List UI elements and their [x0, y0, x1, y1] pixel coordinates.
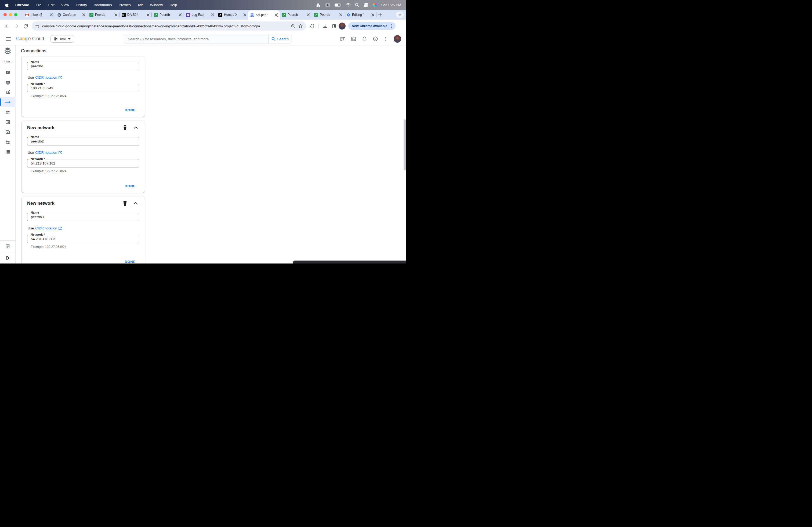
- close-tab-icon[interactable]: [371, 13, 374, 16]
- url-text[interactable]: console.cloud.google.com/sql/instances/s…: [42, 24, 288, 28]
- tab-inbox[interactable]: Inbox (5: [23, 10, 55, 19]
- sidebar-item-backups[interactable]: [0, 127, 16, 137]
- close-tab-icon[interactable]: [275, 13, 278, 17]
- site-settings-icon[interactable]: [35, 24, 40, 28]
- minimize-window-button[interactable]: [9, 13, 12, 16]
- menu-chrome[interactable]: Chrome: [15, 3, 29, 7]
- menu-edit[interactable]: Edit: [48, 3, 55, 7]
- tab-editing[interactable]: Editing ": [344, 10, 376, 19]
- page-scrollbar-thumb[interactable]: [404, 119, 406, 170]
- help-icon[interactable]: ?: [373, 36, 378, 42]
- siri-icon[interactable]: [373, 3, 377, 7]
- close-tab-icon[interactable]: [179, 13, 182, 16]
- spotlight-icon[interactable]: [355, 3, 359, 7]
- side-panel-button[interactable]: [330, 21, 338, 31]
- close-tab-icon[interactable]: [339, 13, 342, 16]
- done-button[interactable]: DONE: [125, 108, 135, 112]
- menu-view[interactable]: View: [61, 3, 69, 7]
- sidebar-item-databases[interactable]: [0, 117, 16, 127]
- menu-app-icon[interactable]: [325, 3, 330, 7]
- done-button[interactable]: DONE: [125, 260, 135, 264]
- browser-menu-dots-icon[interactable]: [390, 24, 394, 28]
- menu-bar-clock[interactable]: Sat 1:25 PM: [381, 3, 401, 7]
- menu-file[interactable]: File: [36, 3, 42, 7]
- bookmark-star-icon[interactable]: [298, 24, 303, 28]
- cloud-shell-icon[interactable]: [351, 36, 356, 42]
- account-avatar[interactable]: [394, 35, 401, 43]
- google-cloud-logo[interactable]: GoogleCloud: [16, 36, 44, 42]
- sidebar-item-users[interactable]: [0, 107, 16, 117]
- sidebar-item-system-insights[interactable]: [0, 87, 16, 97]
- delete-trash-icon[interactable]: [123, 125, 127, 130]
- apple-logo-icon[interactable]: [5, 3, 9, 7]
- tab-peerdb-1[interactable]: Peerdb: [87, 10, 119, 19]
- networks-scroll-area[interactable]: Name Use CIDR notation Network * Example…: [16, 56, 406, 264]
- cidr-notation-link[interactable]: CIDR notation: [35, 75, 57, 79]
- sidebar-item-overview[interactable]: [0, 67, 16, 77]
- menu-tab[interactable]: Tab: [137, 3, 143, 7]
- tab-log-explorer[interactable]: Log Expl: [184, 10, 216, 19]
- tab-sai-peerdb-active[interactable]: sai-peer: [248, 11, 280, 19]
- sidebar-release-notes[interactable]: [0, 240, 15, 252]
- sidebar-item-replicas[interactable]: [0, 137, 16, 147]
- tab-conference[interactable]: Conferen: [55, 10, 87, 19]
- cloud-search-input[interactable]: [124, 35, 268, 44]
- new-tab-button[interactable]: [376, 10, 384, 19]
- cloud-search-button[interactable]: Search: [268, 35, 292, 44]
- close-tab-icon[interactable]: [147, 13, 149, 16]
- network-card-peerdb2: New network Name Use CIDR notation: [22, 121, 145, 193]
- stats-blocks-icon[interactable]: [316, 3, 321, 7]
- collapse-chevron-up-icon[interactable]: [134, 126, 138, 129]
- back-button[interactable]: [3, 21, 12, 31]
- browser-profile-avatar[interactable]: [338, 22, 346, 30]
- nav-menu-hamburger[interactable]: [4, 34, 13, 44]
- close-tab-icon[interactable]: [114, 13, 117, 16]
- tab-dais24[interactable]: DAIS DAIS24: [119, 10, 151, 19]
- tab-peerdb-2[interactable]: Peerdb: [152, 10, 184, 19]
- close-tab-icon[interactable]: [211, 13, 214, 16]
- name-input[interactable]: [27, 213, 139, 221]
- zoom-window-button[interactable]: [14, 13, 17, 16]
- sidebar-collapse-button[interactable]: [0, 252, 15, 264]
- release-notes-icon[interactable]: [340, 36, 345, 42]
- sidebar-item-observability[interactable]: [0, 77, 16, 87]
- close-tab-icon[interactable]: [243, 13, 246, 16]
- tab-search-chevron-button[interactable]: [396, 12, 404, 18]
- extensions-icon[interactable]: [308, 21, 317, 31]
- reload-button[interactable]: [21, 21, 30, 31]
- tab-peerdb-3[interactable]: Peerdb: [280, 10, 312, 19]
- more-options-dots-icon[interactable]: [384, 36, 388, 41]
- forward-button[interactable]: [12, 21, 21, 31]
- delete-trash-icon[interactable]: [123, 201, 127, 206]
- done-button[interactable]: DONE: [125, 184, 135, 188]
- name-input[interactable]: [27, 62, 139, 70]
- cidr-notation-link[interactable]: CIDR notation: [35, 226, 57, 230]
- close-tab-icon[interactable]: [82, 13, 85, 16]
- menu-history[interactable]: History: [76, 3, 87, 7]
- downloads-button[interactable]: [320, 21, 330, 31]
- control-center-icon[interactable]: [364, 3, 368, 7]
- sidebar-item-operations[interactable]: [0, 147, 16, 157]
- sidebar-item-connections[interactable]: [0, 97, 16, 107]
- collapse-chevron-up-icon[interactable]: [134, 202, 138, 205]
- menu-help[interactable]: Help: [170, 3, 177, 7]
- zoom-out-icon[interactable]: [291, 24, 295, 28]
- battery-icon[interactable]: [335, 3, 341, 7]
- cidr-notation-link[interactable]: CIDR notation: [35, 151, 57, 154]
- project-selector[interactable]: test: [50, 35, 74, 43]
- cloud-sql-product-icon: [0, 45, 15, 56]
- menu-bookmarks[interactable]: Bookmarks: [94, 3, 112, 7]
- name-input[interactable]: [27, 137, 139, 146]
- tab-peerdb-4[interactable]: Peerdb: [312, 10, 344, 19]
- close-tab-icon[interactable]: [50, 13, 53, 16]
- chrome-toolbar: console.cloud.google.com/sql/instances/s…: [0, 19, 406, 32]
- notifications-bell-icon[interactable]: [362, 36, 367, 42]
- menu-profiles[interactable]: Profiles: [119, 3, 131, 7]
- wifi-icon[interactable]: [346, 3, 350, 7]
- address-bar[interactable]: console.cloud.google.com/sql/instances/s…: [32, 21, 306, 31]
- tab-x-home[interactable]: X Home / X: [216, 10, 248, 19]
- menu-window[interactable]: Window: [150, 3, 163, 7]
- chrome-update-chip[interactable]: New Chrome available: [348, 22, 395, 30]
- close-tab-icon[interactable]: [307, 13, 310, 16]
- close-window-button[interactable]: [3, 13, 7, 16]
